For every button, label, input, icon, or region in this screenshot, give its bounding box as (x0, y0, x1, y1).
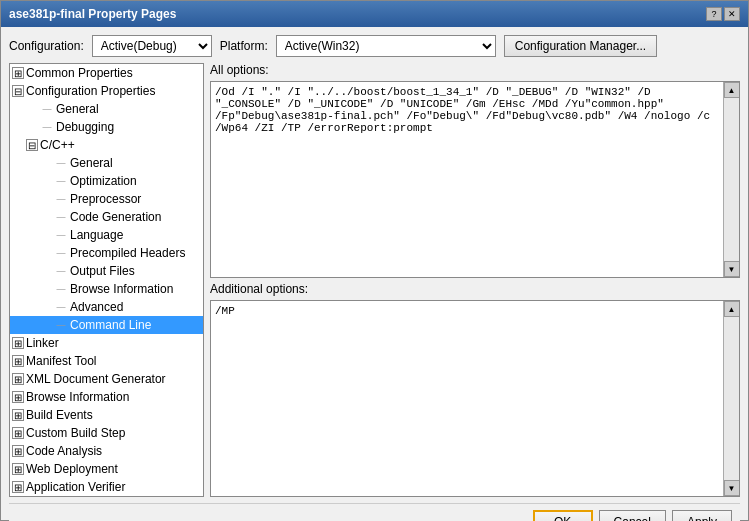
tree-item-cpp-general[interactable]: —General (10, 154, 203, 172)
tree-item-label: Manifest Tool (26, 354, 96, 368)
tree-item-cpp-pch[interactable]: —Precompiled Headers (10, 244, 203, 262)
tree-item-label: Debugging (56, 120, 114, 134)
tree-expand-icon: — (54, 300, 68, 314)
tree-item-cpp-advanced[interactable]: —Advanced (10, 298, 203, 316)
main-area: ⊞Common Properties⊟Configuration Propert… (9, 63, 740, 497)
apply-button[interactable]: Apply (672, 510, 732, 521)
property-pages-dialog: ase381p-final Property Pages ? ✕ Configu… (0, 0, 749, 521)
tree-item-label: Configuration Properties (26, 84, 155, 98)
tree-expand-icon: — (54, 228, 68, 242)
tree-expand-icon: ⊞ (12, 373, 24, 385)
tree-expand-icon: — (54, 318, 68, 332)
tree-item-cpp[interactable]: ⊟C/C++ (10, 136, 203, 154)
tree-item-label: Command Line (70, 318, 151, 332)
dialog-title: ase381p-final Property Pages (9, 7, 176, 21)
tree-expand-icon: — (54, 282, 68, 296)
tree-item-buildevents[interactable]: ⊞Build Events (10, 406, 203, 424)
tree-item-label: Optimization (70, 174, 137, 188)
tree-item-debugging[interactable]: —Debugging (10, 118, 203, 136)
tree-item-label: General (56, 102, 99, 116)
tree-item-label: Web Deployment (26, 462, 118, 476)
tree-item-label: XML Document Generator (26, 372, 166, 386)
tree-item-custombuild[interactable]: ⊞Custom Build Step (10, 424, 203, 442)
cancel-button[interactable]: Cancel (599, 510, 666, 521)
tree-expand-icon: ⊞ (12, 427, 24, 439)
tree-expand-icon: — (54, 174, 68, 188)
tree-item-label: Browse Information (26, 390, 129, 404)
title-bar: ase381p-final Property Pages ? ✕ (1, 1, 748, 27)
tree-item-label: Common Properties (26, 66, 133, 80)
all-options-container: ▲ ▼ (210, 81, 740, 278)
tree-expand-icon: ⊞ (12, 391, 24, 403)
tree-item-cpp-opt[interactable]: —Optimization (10, 172, 203, 190)
ok-button[interactable]: OK (533, 510, 593, 521)
tree-item-appverifier[interactable]: ⊞Application Verifier (10, 478, 203, 496)
config-row: Configuration: Active(Debug) Platform: A… (9, 35, 740, 57)
tree-item-cpp-codegen[interactable]: —Code Generation (10, 208, 203, 226)
scroll-track[interactable] (724, 98, 739, 261)
tree-item-cpp-browse[interactable]: —Browse Information (10, 280, 203, 298)
tree-item-label: Application Verifier (26, 480, 125, 494)
tree-expand-icon: — (54, 246, 68, 260)
configuration-select[interactable]: Active(Debug) (92, 35, 212, 57)
tree-expand-icon: — (40, 120, 54, 134)
scroll-down-arrow[interactable]: ▼ (724, 261, 740, 277)
tree-item-label: C/C++ (40, 138, 75, 152)
dialog-content: Configuration: Active(Debug) Platform: A… (1, 27, 748, 521)
tree-expand-icon: — (40, 102, 54, 116)
scroll-up-arrow[interactable]: ▲ (724, 82, 740, 98)
close-button[interactable]: ✕ (724, 7, 740, 21)
tree-expand-icon: — (54, 192, 68, 206)
tree-expand-icon: ⊞ (12, 409, 24, 421)
tree-item-general[interactable]: —General (10, 100, 203, 118)
tree-item-label: Advanced (70, 300, 123, 314)
tree-item-label: Code Generation (70, 210, 161, 224)
platform-select[interactable]: Active(Win32) (276, 35, 496, 57)
scroll-down-arrow-2[interactable]: ▼ (724, 480, 740, 496)
tree-item-webdeploy[interactable]: ⊞Web Deployment (10, 460, 203, 478)
configuration-manager-button[interactable]: Configuration Manager... (504, 35, 657, 57)
tree-item-label: Preprocessor (70, 192, 141, 206)
tree-expand-icon: ⊞ (12, 355, 24, 367)
title-bar-buttons: ? ✕ (706, 7, 740, 21)
tree-item-cpp-cmdline[interactable]: —Command Line (10, 316, 203, 334)
tree-item-label: Build Events (26, 408, 93, 422)
additional-options-container: ▲ ▼ (210, 300, 740, 497)
tree-item-cpp-pre[interactable]: —Preprocessor (10, 190, 203, 208)
tree-item-linker[interactable]: ⊞Linker (10, 334, 203, 352)
additional-options-scrollbar[interactable]: ▲ ▼ (723, 301, 739, 496)
scroll-track-2[interactable] (724, 317, 739, 480)
all-options-textarea[interactable] (211, 82, 739, 277)
tree-item-label: Output Files (70, 264, 135, 278)
tree-expand-icon: ⊞ (12, 463, 24, 475)
configuration-label: Configuration: (9, 39, 84, 53)
additional-options-label: Additional options: (210, 282, 740, 296)
tree-item-codeanalysis[interactable]: ⊞Code Analysis (10, 442, 203, 460)
tree-item-cpp-output[interactable]: —Output Files (10, 262, 203, 280)
tree-item-common-props[interactable]: ⊞Common Properties (10, 64, 203, 82)
tree-panel[interactable]: ⊞Common Properties⊟Configuration Propert… (9, 63, 204, 497)
additional-options-textarea[interactable] (211, 301, 739, 496)
tree-item-cpp-lang[interactable]: —Language (10, 226, 203, 244)
tree-item-config-props[interactable]: ⊟Configuration Properties (10, 82, 203, 100)
tree-expand-icon: — (54, 156, 68, 170)
scroll-up-arrow-2[interactable]: ▲ (724, 301, 740, 317)
tree-item-browse[interactable]: ⊞Browse Information (10, 388, 203, 406)
help-button[interactable]: ? (706, 7, 722, 21)
tree-expand-icon: ⊞ (12, 67, 24, 79)
all-options-scrollbar[interactable]: ▲ ▼ (723, 82, 739, 277)
platform-label: Platform: (220, 39, 268, 53)
bottom-bar: OK Cancel Apply (9, 503, 740, 521)
tree-expand-icon: — (54, 264, 68, 278)
tree-item-manifest[interactable]: ⊞Manifest Tool (10, 352, 203, 370)
tree-item-label: Code Analysis (26, 444, 102, 458)
tree-item-label: Linker (26, 336, 59, 350)
tree-expand-icon: ⊞ (12, 481, 24, 493)
tree-item-xmldoc[interactable]: ⊞XML Document Generator (10, 370, 203, 388)
tree-item-label: Custom Build Step (26, 426, 125, 440)
all-options-label: All options: (210, 63, 740, 77)
tree-expand-icon: ⊞ (12, 337, 24, 349)
tree-item-label: Precompiled Headers (70, 246, 185, 260)
tree-expand-icon: — (54, 210, 68, 224)
tree-expand-icon: ⊟ (12, 85, 24, 97)
